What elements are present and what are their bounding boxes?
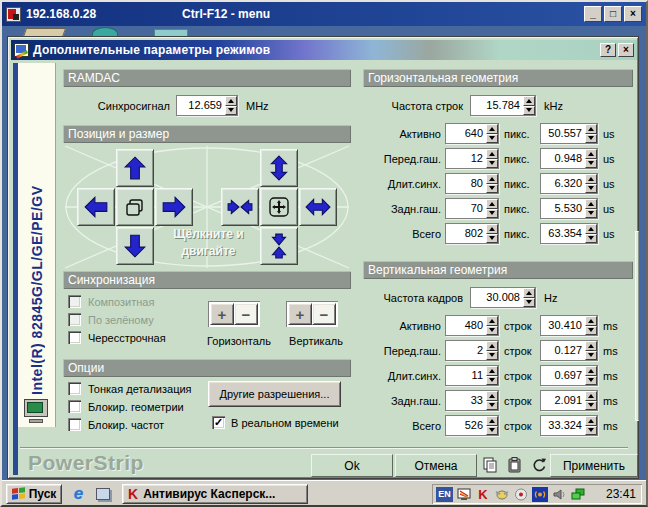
hgeo-row-time-spinner[interactable]: 5.530 xyxy=(540,198,598,219)
expand-horizontal-icon xyxy=(305,194,331,220)
copy-icon[interactable] xyxy=(480,456,500,474)
vertical-minus-button[interactable]: − xyxy=(312,303,336,325)
hgeo-freq-label: Частота строк xyxy=(363,100,463,112)
move-right-button[interactable] xyxy=(155,188,193,226)
composite-checkbox[interactable] xyxy=(68,295,81,308)
hgeo-row-unit1: пикс. xyxy=(504,228,530,240)
show-desktop-icon[interactable] xyxy=(94,485,111,502)
interlaced-label: Чересстрочная xyxy=(88,332,166,344)
cancel-button[interactable]: Отмена xyxy=(395,454,477,477)
vgeo-row-lines-spinner[interactable]: 11 xyxy=(445,365,499,386)
check-icon: ✓ xyxy=(214,416,223,429)
hgeo-row-time-spinner[interactable]: 0.948 xyxy=(540,148,598,169)
lock-geometry-checkbox[interactable] xyxy=(68,400,81,413)
vgeo-row-lines-spinner[interactable]: 33 xyxy=(445,390,499,411)
dialog-title: Дополнительные параметры режимов xyxy=(33,43,270,57)
powerstrip-dialog-icon xyxy=(14,43,29,57)
composite-label: Композитная xyxy=(88,296,154,308)
vgeo-row-lines-spinner[interactable]: 2 xyxy=(445,340,499,361)
sync-on-green-checkbox[interactable] xyxy=(68,313,81,326)
hgeo-row-pixels-spinner[interactable]: 640 xyxy=(445,123,499,144)
sync-signal-value[interactable]: 12.659 xyxy=(177,96,225,115)
vgeo-row-time-spinner[interactable]: 0.697 xyxy=(540,365,598,386)
horizontal-minus-button[interactable]: − xyxy=(234,303,258,325)
realtime-checkbox[interactable]: ✓ xyxy=(212,416,225,429)
interlaced-checkbox[interactable] xyxy=(68,331,81,344)
hgeo-row-unit1: пикс. xyxy=(504,128,530,140)
vgeo-row-time-spinner[interactable]: 0.127 xyxy=(540,340,598,361)
position-center-button[interactable] xyxy=(116,188,154,226)
shrink-vertical-button[interactable] xyxy=(260,227,298,265)
agent-tray-icon[interactable] xyxy=(494,487,510,502)
dialog-close-button[interactable]: × xyxy=(618,43,634,57)
taskbar-clock[interactable]: 23:41 xyxy=(606,487,636,501)
close-button[interactable]: × xyxy=(624,6,642,22)
start-button[interactable]: Пуск xyxy=(6,484,62,504)
hgeo-row-time-spinner[interactable]: 6.320 xyxy=(540,173,598,194)
vgeo-row-time-spinner[interactable]: 30.410 xyxy=(540,315,598,336)
horizontal-label: Горизонталь xyxy=(201,335,277,347)
vgeo-row-unit1: строк xyxy=(504,320,532,332)
dialog-titlebar[interactable]: Дополнительные параметры режимов ? × xyxy=(11,40,637,60)
move-left-button[interactable] xyxy=(77,188,115,226)
shrink-horizontal-button[interactable] xyxy=(221,188,259,226)
powerstrip-tray-icon[interactable] xyxy=(456,487,472,502)
vgeo-row-unit2: ms xyxy=(603,395,618,407)
radio-tray-icon[interactable] xyxy=(532,487,548,502)
vgeo-row-label: Активно xyxy=(363,320,441,332)
hgeo-row-pixels-spinner[interactable]: 70 xyxy=(445,198,499,219)
taskbar-item-kaspersky[interactable]: K Антивирус Касперск... xyxy=(122,484,308,504)
monitor-icon xyxy=(23,399,51,423)
sync-signal-spinner[interactable]: 12.659 xyxy=(176,95,238,116)
internet-explorer-icon[interactable]: e xyxy=(70,485,87,502)
language-indicator[interactable]: EN xyxy=(436,487,453,502)
vgeo-freq-unit: Hz xyxy=(544,292,557,304)
move-up-button[interactable] xyxy=(116,149,154,187)
arrow-right-icon xyxy=(161,194,187,220)
ok-button[interactable]: Ok xyxy=(311,454,393,477)
cd-tray-icon[interactable] xyxy=(513,487,529,502)
help-button[interactable]: ? xyxy=(600,43,616,57)
other-resolutions-button[interactable]: Другие разрешения... xyxy=(208,381,341,407)
vgeo-row-label: Длит.синх. xyxy=(363,370,441,382)
lock-freq-checkbox[interactable] xyxy=(68,418,81,431)
vgeo-row-label: Задн.гаш. xyxy=(363,395,441,407)
minimize-button[interactable]: _ xyxy=(584,6,602,22)
lock-freq-label: Блокир. частот xyxy=(88,419,164,431)
horizontal-plus-button[interactable]: + xyxy=(210,303,234,325)
paste-icon[interactable] xyxy=(505,456,525,474)
hgeo-row-time-spinner[interactable]: 63.354 xyxy=(540,223,598,244)
spin-down-icon[interactable] xyxy=(225,106,237,116)
hgeo-row-pixels-spinner[interactable]: 80 xyxy=(445,173,499,194)
expand-vertical-button[interactable] xyxy=(260,149,298,187)
hgeo-row-time-spinner[interactable]: 50.557 xyxy=(540,123,598,144)
move-down-button[interactable] xyxy=(116,227,154,265)
vgeo-row-lines-spinner[interactable]: 526 xyxy=(445,415,499,436)
vgeo-row-time-spinner[interactable]: 2.091 xyxy=(540,390,598,411)
maximize-button[interactable]: □ xyxy=(604,6,622,22)
vertical-plus-button[interactable]: + xyxy=(288,303,312,325)
kaspersky-tray-icon[interactable]: K xyxy=(475,487,491,502)
vgeo-row-lines-spinner[interactable]: 480 xyxy=(445,315,499,336)
hgeo-row-pixels-spinner[interactable]: 12 xyxy=(445,148,499,169)
hgeo-row-pixels-spinner[interactable]: 802 xyxy=(445,223,499,244)
click-drag-hint: Щёлкните идвигайте xyxy=(166,226,251,260)
network-monitors-tray-icon[interactable] xyxy=(570,487,586,502)
vgeo-freq-spinner[interactable]: 30.008 xyxy=(470,287,536,308)
refresh-icon[interactable] xyxy=(529,456,549,474)
spin-up-icon[interactable] xyxy=(225,96,237,106)
hgeo-row-unit2: us xyxy=(603,228,615,240)
expand-horizontal-button[interactable] xyxy=(299,188,337,226)
size-center-button[interactable] xyxy=(260,188,298,226)
resize-gutter[interactable] xyxy=(635,231,639,421)
vnc-titlebar[interactable]: 192.168.0.28 Ctrl-F12 - menu _ □ × xyxy=(2,2,646,26)
system-tray: EN K 23:41 xyxy=(432,484,642,504)
hgeo-row-unit2: us xyxy=(603,128,615,140)
hgeo-freq-spinner[interactable]: 15.784 xyxy=(470,95,536,116)
horizontal-polarity-control: + − xyxy=(208,301,260,327)
apply-button[interactable]: Применить xyxy=(550,454,638,477)
fine-detail-checkbox[interactable] xyxy=(68,382,81,395)
volume-tray-icon[interactable] xyxy=(551,487,567,502)
vgeo-row-unit1: строк xyxy=(504,345,532,357)
vgeo-row-time-spinner[interactable]: 33.324 xyxy=(540,415,598,436)
